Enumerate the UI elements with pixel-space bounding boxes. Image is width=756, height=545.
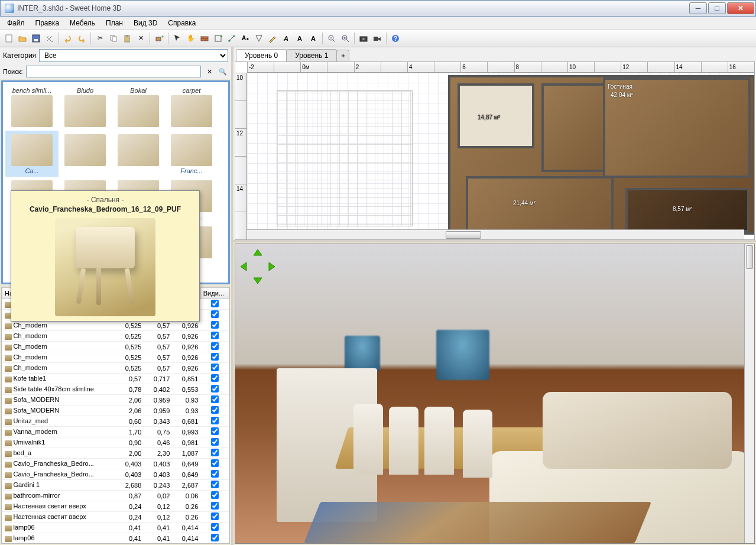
- table-row[interactable]: Ch_modern0,5250,570,926: [2, 352, 229, 363]
- visible-checkbox[interactable]: [211, 427, 219, 435]
- table-row[interactable]: Side table 40x78cm slimline0,780,4020,55…: [2, 384, 229, 395]
- catalog-item[interactable]: carpet: [165, 85, 218, 131]
- new-icon[interactable]: [2, 32, 15, 45]
- menu-help[interactable]: Справка: [163, 18, 200, 28]
- zoom-out-icon[interactable]: [325, 32, 338, 45]
- visible-checkbox[interactable]: [211, 534, 219, 541]
- search-input[interactable]: [26, 66, 201, 77]
- visible-checkbox[interactable]: [211, 395, 219, 403]
- search-icon[interactable]: 🔍: [218, 66, 228, 77]
- table-row[interactable]: bed_a2,002,301,087: [2, 448, 229, 459]
- category-select[interactable]: Все: [39, 49, 228, 62]
- table-row[interactable]: bathroom-mirror0,870,020,06: [2, 491, 229, 501]
- table-row[interactable]: Настенная светит вверх0,240,120,26: [2, 512, 229, 523]
- catalog-item[interactable]: [59, 131, 112, 177]
- zoom-in-icon[interactable]: [339, 32, 352, 45]
- prefs-icon[interactable]: [43, 32, 56, 45]
- table-row[interactable]: Sofa_MODERN2,060,9590,93: [2, 395, 229, 405]
- catalog-item[interactable]: Bludo: [59, 85, 112, 131]
- furniture-list[interactable]: Наименование Ши... Глу... Вы... Види... …: [1, 287, 230, 544]
- visible-checkbox[interactable]: [211, 406, 219, 414]
- table-row[interactable]: Ch_modern0,5250,570,926: [2, 320, 229, 331]
- add-level-button[interactable]: +: [336, 50, 349, 61]
- text-size-icon[interactable]: A: [307, 32, 320, 45]
- create-walls-icon[interactable]: [198, 32, 211, 45]
- help-icon[interactable]: ?: [389, 32, 402, 45]
- visible-checkbox[interactable]: [211, 374, 219, 382]
- cut-icon[interactable]: ✂: [93, 32, 106, 45]
- delete-icon[interactable]: ✕: [134, 32, 147, 45]
- photo-icon[interactable]: [357, 32, 370, 45]
- view3d-vscrollbar[interactable]: [744, 244, 754, 543]
- video-icon[interactable]: [371, 32, 384, 45]
- visible-checkbox[interactable]: [211, 502, 219, 510]
- select-icon[interactable]: [171, 32, 184, 45]
- copy-icon[interactable]: [107, 32, 120, 45]
- table-row[interactable]: Настенная светит вверх0,240,120,26: [2, 501, 229, 512]
- table-row[interactable]: Ch_modern0,5250,570,926: [2, 342, 229, 352]
- italic-icon[interactable]: A: [280, 32, 293, 45]
- visible-checkbox[interactable]: [211, 300, 219, 307]
- create-dims-icon[interactable]: A₊: [239, 32, 252, 45]
- nav-down-icon[interactable]: [252, 274, 263, 284]
- close-button[interactable]: ✕: [727, 2, 754, 14]
- table-row[interactable]: Vanna_modern1,700,750,993: [2, 427, 229, 437]
- col-visible[interactable]: Види...: [200, 288, 229, 299]
- visible-checkbox[interactable]: [211, 332, 219, 339]
- visible-checkbox[interactable]: [211, 523, 219, 531]
- table-row[interactable]: lamp060,410,410,414: [2, 533, 229, 544]
- bold-icon[interactable]: A: [293, 32, 306, 45]
- visible-checkbox[interactable]: [211, 310, 219, 318]
- menu-file[interactable]: Файл: [2, 18, 30, 28]
- visible-checkbox[interactable]: [211, 417, 219, 424]
- open-icon[interactable]: [16, 32, 29, 45]
- visible-checkbox[interactable]: [211, 512, 219, 520]
- pan-icon[interactable]: ✋: [184, 32, 197, 45]
- pencil-icon[interactable]: [266, 32, 279, 45]
- menu-3dview[interactable]: Вид 3D: [129, 18, 162, 28]
- level-tab-1[interactable]: Уровень 1: [286, 49, 337, 61]
- redo-icon[interactable]: [75, 32, 88, 45]
- create-polyline-icon[interactable]: [225, 32, 238, 45]
- catalog-item[interactable]: bench slimli...: [5, 85, 59, 131]
- view-3d[interactable]: [235, 244, 755, 544]
- table-row[interactable]: Cavio_Francheska_Bedro...0,4030,4030,649: [2, 459, 229, 469]
- table-row[interactable]: Gardini 12,6880,2432,687: [2, 480, 229, 491]
- visible-checkbox[interactable]: [211, 353, 219, 361]
- catalog-item[interactable]: Bokal: [112, 85, 165, 131]
- table-row[interactable]: Sofa_MODERN2,060,9590,93: [2, 405, 229, 416]
- table-row[interactable]: Ch_modern0,5250,570,926: [2, 331, 229, 342]
- visible-checkbox[interactable]: [211, 470, 219, 478]
- maximize-button[interactable]: □: [708, 2, 726, 14]
- visible-checkbox[interactable]: [211, 449, 219, 456]
- table-row[interactable]: Kofe table10,570,7170,851: [2, 374, 229, 384]
- menu-plan[interactable]: План: [101, 18, 128, 28]
- level-tab-0[interactable]: Уровень 0: [236, 49, 287, 61]
- nav-up-icon[interactable]: [252, 249, 263, 259]
- visible-checkbox[interactable]: [211, 321, 219, 329]
- visible-checkbox[interactable]: [211, 364, 219, 371]
- table-row[interactable]: Cavio_Francheska_Bedro...0,4030,4030,649: [2, 469, 229, 480]
- paste-icon[interactable]: [121, 32, 134, 45]
- menu-edit[interactable]: Правка: [31, 18, 64, 28]
- nav-right-icon[interactable]: [265, 261, 275, 272]
- plan-hscrollbar[interactable]: [247, 229, 744, 239]
- visible-checkbox[interactable]: [211, 342, 219, 350]
- minimize-button[interactable]: ─: [689, 2, 707, 14]
- visible-checkbox[interactable]: [211, 491, 219, 499]
- nav-left-icon[interactable]: [240, 261, 251, 272]
- add-furniture-icon[interactable]: +: [153, 32, 166, 45]
- floor-plan[interactable]: 14,87 м² Гостиная 42,04 м² 21,44 м² 8,57…: [247, 73, 754, 229]
- table-row[interactable]: Ch_modern0,5250,570,926: [2, 363, 229, 374]
- table-row[interactable]: Unitaz_med0,600,3430,681: [2, 416, 229, 427]
- save-icon[interactable]: [30, 32, 43, 45]
- plan-view[interactable]: Уровень 0 Уровень 1 + -20м246810121416 1…: [233, 47, 756, 242]
- table-row[interactable]: Umivalnik10,900,460,981: [2, 437, 229, 448]
- table-row[interactable]: lamp060,410,410,414: [2, 523, 229, 533]
- clear-search-icon[interactable]: ✕: [204, 66, 215, 77]
- catalog-item[interactable]: Franc...: [165, 131, 218, 177]
- menu-furniture[interactable]: Мебель: [65, 18, 100, 28]
- visible-checkbox[interactable]: [211, 385, 219, 392]
- undo-icon[interactable]: [61, 32, 74, 45]
- catalog-item[interactable]: Ca...: [5, 131, 59, 177]
